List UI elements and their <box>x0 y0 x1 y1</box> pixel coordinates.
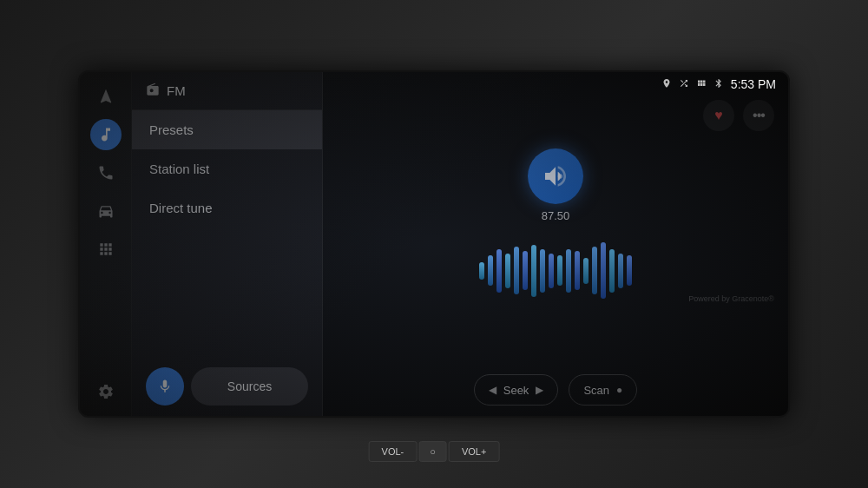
waveform-bar-6 <box>531 245 536 297</box>
seek-right-arrow: ▶ <box>536 384 543 396</box>
physical-controls: VOL- ○ VOL+ <box>369 441 500 462</box>
menu-items-list: Presets Station list Direct tune <box>132 110 322 357</box>
nav-icon[interactable] <box>90 81 122 112</box>
powered-by-label: Powered by Gracenote® <box>688 294 774 303</box>
waveform-bar-17 <box>627 255 632 286</box>
menu-header-label: FM <box>167 83 186 98</box>
music-icon[interactable] <box>90 119 122 150</box>
settings-icon[interactable] <box>90 376 122 407</box>
scan-button[interactable]: Scan ● <box>569 374 637 406</box>
scan-label: Scan <box>583 384 609 397</box>
radio-controls: ◀ Seek ▶ Scan ● <box>323 364 788 416</box>
waveform-bar-11 <box>575 251 580 290</box>
waveform-bar-3 <box>505 254 510 288</box>
svg-point-0 <box>558 174 562 178</box>
waveform-bar-14 <box>601 242 606 299</box>
waveform-bar-15 <box>609 249 615 293</box>
vol-minus-button[interactable]: VOL- <box>369 441 418 462</box>
seek-label: Seek <box>503 384 529 397</box>
phone-icon[interactable] <box>90 157 122 188</box>
grid-status-icon <box>696 78 707 91</box>
power-button[interactable]: ○ <box>418 441 447 462</box>
sources-button[interactable]: Sources <box>191 367 308 406</box>
screen-inner: FM Presets Station list Direct tune Sour… <box>80 72 788 416</box>
apps-icon[interactable] <box>90 234 122 265</box>
location-status-icon <box>661 78 672 91</box>
audio-waveform <box>479 245 632 297</box>
sidebar <box>80 72 132 416</box>
menu-item-station-list[interactable]: Station list <box>132 149 322 188</box>
bluetooth-status-icon <box>713 78 724 91</box>
menu-footer: Sources <box>132 357 322 416</box>
car-icon[interactable] <box>90 195 122 227</box>
vol-plus-button[interactable]: VOL+ <box>449 441 499 462</box>
seek-left-arrow: ◀ <box>489 384 496 396</box>
waveform-bar-13 <box>592 247 597 294</box>
waveform-bar-10 <box>566 249 571 293</box>
mic-button[interactable] <box>146 367 184 406</box>
menu-header: FM <box>132 72 322 110</box>
waveform-bar-2 <box>496 249 502 293</box>
waveform-bar-5 <box>523 251 528 290</box>
car-surround: FM Presets Station list Direct tune Sour… <box>0 0 868 488</box>
waveform-bar-1 <box>488 255 493 286</box>
waveform-bar-9 <box>557 255 562 286</box>
radio-area: 87.50 Powered by Gracenote® <box>323 72 788 364</box>
seek-button[interactable]: ◀ Seek ▶ <box>474 374 559 406</box>
menu-item-presets[interactable]: Presets <box>132 110 322 149</box>
shuffle-status-icon <box>679 78 689 91</box>
fm-radio-icon <box>146 82 160 99</box>
infotainment-screen: FM Presets Station list Direct tune Sour… <box>78 70 790 418</box>
waveform-bar-12 <box>583 258 589 284</box>
menu-item-direct-tune[interactable]: Direct tune <box>132 188 322 228</box>
main-content: 5:53 PM ♥ ••• <box>323 72 788 416</box>
current-time: 5:53 PM <box>731 77 776 91</box>
waveform-bar-4 <box>514 247 519 294</box>
waveform-bar-16 <box>618 254 623 288</box>
waveform-bar-8 <box>549 254 554 288</box>
waveform-bar-7 <box>540 249 545 293</box>
station-frequency: 87.50 <box>542 209 570 222</box>
scan-dot: ● <box>616 384 622 396</box>
status-bar: 5:53 PM <box>323 72 788 96</box>
menu-panel: FM Presets Station list Direct tune Sour… <box>132 72 323 416</box>
waveform-bar-0 <box>479 262 484 280</box>
station-logo-circle <box>528 148 583 204</box>
